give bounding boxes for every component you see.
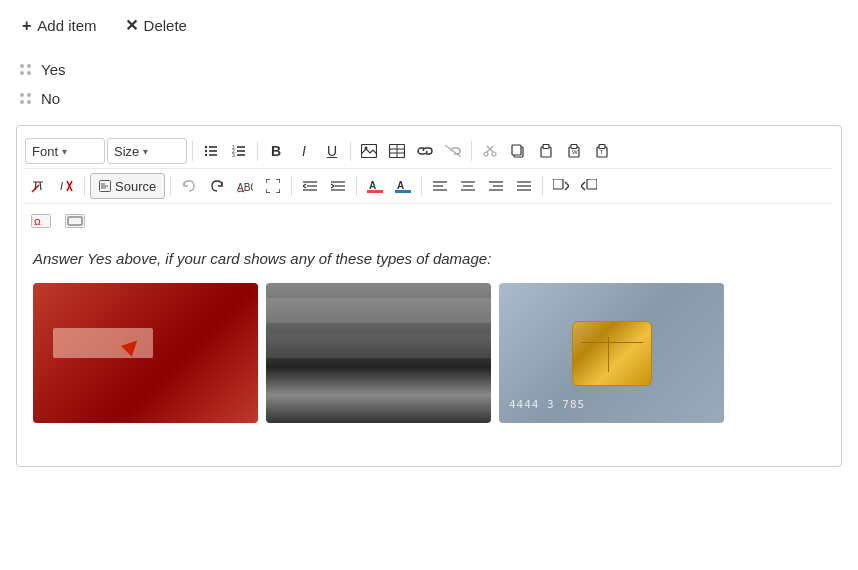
font-select[interactable]: Font ▾ xyxy=(25,138,105,164)
top-toolbar: + Add item ✕ Delete xyxy=(16,12,842,39)
svg-rect-64 xyxy=(553,179,563,189)
copy-button[interactable] xyxy=(505,138,531,164)
add-item-label: Add item xyxy=(37,17,96,34)
svg-rect-24 xyxy=(512,145,521,155)
link-button[interactable] xyxy=(412,138,438,164)
svg-text:Ω: Ω xyxy=(34,217,41,227)
editor-content-area[interactable]: Answer Yes above, if your card shows any… xyxy=(25,238,833,458)
svg-text:W: W xyxy=(572,149,578,155)
separator xyxy=(84,176,85,196)
separator xyxy=(421,176,422,196)
editor-intro-text: Answer Yes above, if your card shows any… xyxy=(33,250,825,267)
card-image-3: 4444 3 785 xyxy=(499,283,724,423)
delete-button[interactable]: ✕ Delete xyxy=(119,12,193,39)
svg-text:A: A xyxy=(397,180,404,191)
source-button[interactable]: Source xyxy=(90,173,165,199)
chevron-down-icon: ▾ xyxy=(62,146,67,157)
image-row: 4444 3 785 xyxy=(33,283,825,423)
cut-button[interactable] xyxy=(477,138,503,164)
list-items: Yes No xyxy=(16,55,842,113)
ltr-button[interactable] xyxy=(548,173,574,199)
drag-handle[interactable] xyxy=(20,93,31,104)
image-button[interactable] xyxy=(356,138,382,164)
svg-rect-49 xyxy=(367,190,383,193)
chip-graphic xyxy=(572,321,652,386)
unordered-list-button[interactable] xyxy=(198,138,224,164)
delete-label: Delete xyxy=(144,17,187,34)
table-button[interactable] xyxy=(384,138,410,164)
svg-rect-11 xyxy=(237,154,245,156)
svg-rect-31 xyxy=(599,145,605,149)
svg-line-18 xyxy=(445,145,461,157)
clear-format-button[interactable]: I xyxy=(53,173,79,199)
svg-rect-1 xyxy=(209,146,217,148)
format-strip-button[interactable] xyxy=(25,173,51,199)
list-item-label: No xyxy=(41,90,60,107)
redo-button[interactable] xyxy=(204,173,230,199)
font-color-button[interactable]: A xyxy=(362,173,388,199)
svg-point-21 xyxy=(484,152,488,156)
align-center-button[interactable] xyxy=(455,173,481,199)
toolbar-row-1: Font ▾ Size ▾ 1.2.3. B I U xyxy=(25,134,833,168)
svg-text:I: I xyxy=(60,180,63,192)
list-item: No xyxy=(16,84,842,113)
rtl-button[interactable] xyxy=(576,173,602,199)
add-item-button[interactable]: + Add item xyxy=(16,13,103,39)
align-right-button[interactable] xyxy=(483,173,509,199)
separator xyxy=(170,176,171,196)
svg-rect-26 xyxy=(543,145,549,149)
size-select[interactable]: Size ▾ xyxy=(107,138,187,164)
separator xyxy=(350,141,351,161)
svg-rect-51 xyxy=(395,190,411,193)
paste-word-button[interactable]: W xyxy=(561,138,587,164)
spellcheck-button[interactable]: ABC xyxy=(232,173,258,199)
increase-indent-button[interactable] xyxy=(325,173,351,199)
svg-rect-5 xyxy=(209,154,217,156)
svg-rect-7 xyxy=(237,146,245,148)
separator xyxy=(192,141,193,161)
align-left-button[interactable] xyxy=(427,173,453,199)
italic-button[interactable]: I xyxy=(291,138,317,164)
drag-handle[interactable] xyxy=(20,64,31,75)
separator xyxy=(542,176,543,196)
toolbar-row-3: Ω xyxy=(25,203,833,238)
svg-point-2 xyxy=(205,150,207,152)
underline-button[interactable]: U xyxy=(319,138,345,164)
toolbar-row-2: I Source ABC xyxy=(25,168,833,203)
paste-button[interactable] xyxy=(533,138,559,164)
svg-text:A: A xyxy=(369,180,376,191)
decrease-indent-button[interactable] xyxy=(297,173,323,199)
svg-point-4 xyxy=(205,154,207,156)
special-char-button[interactable]: Ω xyxy=(25,208,57,234)
card-number-text: 4444 3 785 xyxy=(509,398,585,411)
bold-button[interactable]: B xyxy=(263,138,289,164)
svg-rect-28 xyxy=(571,145,577,149)
list-item: Yes xyxy=(16,55,842,84)
list-item-label: Yes xyxy=(41,61,65,78)
svg-rect-3 xyxy=(209,150,217,152)
svg-text:3.: 3. xyxy=(232,152,236,158)
paste-plain-button[interactable]: T xyxy=(589,138,615,164)
close-icon: ✕ xyxy=(125,16,138,35)
undo-button[interactable] xyxy=(176,173,202,199)
source-label: Source xyxy=(115,179,156,194)
separator xyxy=(291,176,292,196)
ordered-list-button[interactable]: 1.2.3. xyxy=(226,138,252,164)
card-image-2 xyxy=(266,283,491,423)
highlight-color-button[interactable]: A xyxy=(390,173,416,199)
card-image-1 xyxy=(33,283,258,423)
editor-container: Font ▾ Size ▾ 1.2.3. B I U xyxy=(16,125,842,467)
svg-point-22 xyxy=(492,152,496,156)
svg-text:T: T xyxy=(600,149,604,155)
unlink-button[interactable] xyxy=(440,138,466,164)
svg-rect-65 xyxy=(587,179,597,189)
iframe-button[interactable] xyxy=(59,208,91,234)
chevron-down-icon: ▾ xyxy=(143,146,148,157)
justify-button[interactable] xyxy=(511,173,537,199)
separator xyxy=(471,141,472,161)
svg-point-0 xyxy=(205,146,207,148)
fullscreen-button[interactable] xyxy=(260,173,286,199)
plus-icon: + xyxy=(22,17,31,35)
size-select-label: Size xyxy=(114,144,139,159)
separator xyxy=(257,141,258,161)
